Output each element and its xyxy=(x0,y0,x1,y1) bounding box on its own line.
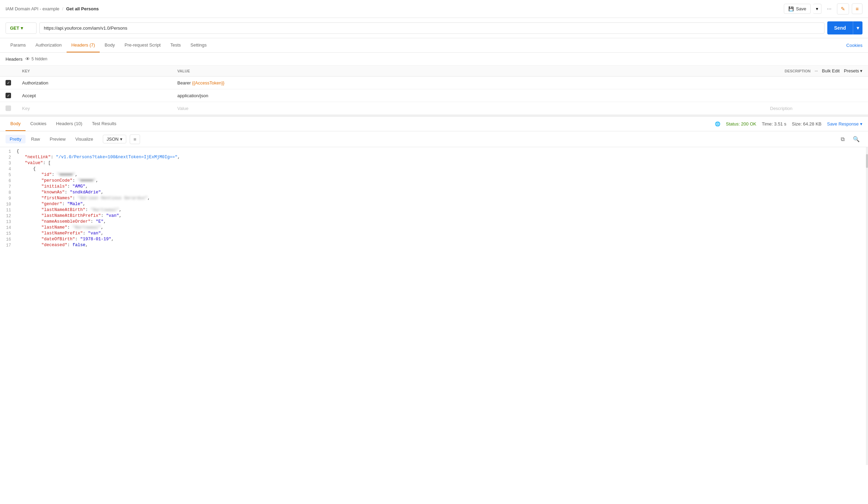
save-button[interactable]: 💾 Save xyxy=(784,4,811,14)
eye-icon: 👁 xyxy=(25,56,30,62)
json-key: "lastNamePrefix" xyxy=(41,231,83,236)
resp-tab-body[interactable]: Body xyxy=(6,117,26,131)
resp-tab-test-results[interactable]: Test Results xyxy=(87,117,121,131)
tab-params[interactable]: Params xyxy=(6,38,31,52)
json-key: "lastNameAtBirthPrefix" xyxy=(41,213,101,218)
format-raw-button[interactable]: Raw xyxy=(27,135,44,143)
format-visualize-button[interactable]: Visualize xyxy=(71,135,97,143)
checkbox-3[interactable]: ✓ xyxy=(6,105,11,111)
th-key: KEY xyxy=(17,65,172,77)
json-value-blurred: "Aartswaal" xyxy=(91,208,119,212)
url-input[interactable] xyxy=(39,22,825,34)
json-value: "sndkdAdrie" xyxy=(70,190,101,195)
json-brace-open: { xyxy=(17,149,19,154)
cookies-link[interactable]: Cookies xyxy=(846,43,862,48)
desc-cell-accept[interactable] xyxy=(765,89,868,102)
value-cell-placeholder[interactable]: Value xyxy=(172,102,765,115)
value-placeholder: Value xyxy=(177,106,188,111)
method-selector[interactable]: GET ▾ xyxy=(6,22,37,34)
presets-button[interactable]: Presets ▾ xyxy=(844,68,862,73)
line-number: 14 xyxy=(0,225,17,230)
desc-cell-placeholder[interactable]: Description xyxy=(765,102,868,115)
more-options-button[interactable]: ··· xyxy=(824,4,834,14)
tabs-right: Cookies xyxy=(846,43,862,48)
json-key: "deceased" xyxy=(41,243,67,248)
table-row: ✓ Authorization Bearer {{AccessToken}} xyxy=(0,77,868,89)
checkbox-2[interactable]: ✓ xyxy=(6,93,11,98)
desc-placeholder: Description xyxy=(770,106,792,111)
check-mark-1: ✓ xyxy=(7,81,10,85)
tab-tests[interactable]: Tests xyxy=(166,38,186,52)
format-preview-button[interactable]: Preview xyxy=(46,135,70,143)
format-pretty-button[interactable]: Pretty xyxy=(6,135,26,143)
response-area: Body Cookies Headers (10) Test Results 🌐… xyxy=(0,115,868,465)
method-label: GET xyxy=(10,26,19,31)
json-key: "id" xyxy=(41,172,52,177)
line-number: 15 xyxy=(0,231,17,236)
tab-authorization[interactable]: Authorization xyxy=(31,38,67,52)
check-mark-2: ✓ xyxy=(7,93,10,98)
table-header-row: KEY VALUE DESCRIPTION ··· Bulk Edit Pres… xyxy=(0,65,868,77)
send-button[interactable]: Send ▾ xyxy=(827,21,862,34)
value-access-token: {{AccessToken}} xyxy=(192,80,225,85)
filter-button[interactable]: ≡ xyxy=(130,134,140,144)
json-link[interactable]: "/v1.0/Persons?take=100&nextToken=IjExMj… xyxy=(56,155,178,160)
key-cell-placeholder[interactable]: Key xyxy=(17,102,172,115)
key-authorization: Authorization xyxy=(22,80,48,85)
scrollbar-thumb[interactable] xyxy=(866,154,868,168)
json-type-selector[interactable]: JSON ▾ xyxy=(103,135,126,143)
list-item: 10 "gender" : "Male", xyxy=(0,201,868,207)
json-key: "lastName" xyxy=(41,225,67,230)
json-viewer: 1 { 2 "nextLink" : "/v1.0/Persons?take=1… xyxy=(0,147,868,465)
send-label: Send xyxy=(827,25,853,31)
save-chevron-button[interactable]: ▾ xyxy=(813,4,821,14)
url-bar: GET ▾ Send ▾ xyxy=(0,18,868,38)
checkbox-cell-1[interactable]: ✓ xyxy=(0,77,17,89)
line-number: 7 xyxy=(0,184,17,189)
value-cell-authorization[interactable]: Bearer {{AccessToken}} xyxy=(172,77,765,89)
hidden-count: 5 hidden xyxy=(31,57,47,61)
checkbox-1[interactable]: ✓ xyxy=(6,80,11,85)
headers-table: KEY VALUE DESCRIPTION ··· Bulk Edit Pres… xyxy=(0,65,868,115)
copy-button[interactable]: ⧉ xyxy=(838,134,847,144)
key-cell-accept[interactable]: Accept xyxy=(17,89,172,102)
save-response-button[interactable]: Save Response ▾ xyxy=(827,121,862,127)
json-key: "value" xyxy=(25,161,43,165)
doc-button[interactable]: ≡ xyxy=(852,3,862,14)
json-bool-value: false xyxy=(72,243,86,248)
th-checkbox xyxy=(0,65,17,77)
value-bearer-plain: Bearer xyxy=(177,80,192,85)
resp-tab-cookies[interactable]: Cookies xyxy=(26,117,51,131)
resp-tab-headers[interactable]: Headers (10) xyxy=(51,117,87,131)
json-type-label: JSON xyxy=(107,137,119,142)
tab-pre-request[interactable]: Pre-request Script xyxy=(120,38,166,52)
line-number: 16 xyxy=(0,237,17,242)
list-item: 4 { xyxy=(0,166,868,172)
desc-cell-authorization[interactable] xyxy=(765,77,868,89)
tab-body[interactable]: Body xyxy=(100,38,120,52)
send-arrow-icon[interactable]: ▾ xyxy=(853,21,862,34)
list-item: 8 "knownAs" : "sndkdAdrie", xyxy=(0,190,868,195)
line-number: 11 xyxy=(0,208,17,213)
key-placeholder: Key xyxy=(22,106,30,111)
scrollbar-track[interactable] xyxy=(866,147,868,465)
tab-headers[interactable]: Headers (7) xyxy=(67,38,100,52)
page-title: Get all Persons xyxy=(66,6,99,11)
key-cell-authorization[interactable]: Authorization xyxy=(17,77,172,89)
json-value: "E" xyxy=(96,219,104,224)
json-key: "nextLink" xyxy=(25,155,51,160)
checkbox-cell-2[interactable]: ✓ xyxy=(0,89,17,102)
json-value-blurred: "Aartswaal" xyxy=(72,225,101,230)
value-cell-accept[interactable]: application/json xyxy=(172,89,765,102)
breadcrumb-area: IAM Domain API - example / Get all Perso… xyxy=(6,6,99,11)
checkbox-cell-3[interactable]: ✓ xyxy=(0,102,17,115)
edit-button[interactable]: ✎ xyxy=(837,3,849,14)
bulk-edit-button[interactable]: Bulk Edit xyxy=(822,68,840,73)
tab-settings[interactable]: Settings xyxy=(186,38,211,52)
search-button[interactable]: 🔍 xyxy=(850,134,862,144)
list-item: 9 "firstNames" : "Adriaan Hentious Gerar… xyxy=(0,195,868,201)
line-number: 13 xyxy=(0,219,17,224)
breadcrumb-project[interactable]: IAM Domain API - example xyxy=(6,6,59,11)
list-item: 7 "initials" : "AMG", xyxy=(0,184,868,190)
json-key: "gender" xyxy=(41,202,62,206)
